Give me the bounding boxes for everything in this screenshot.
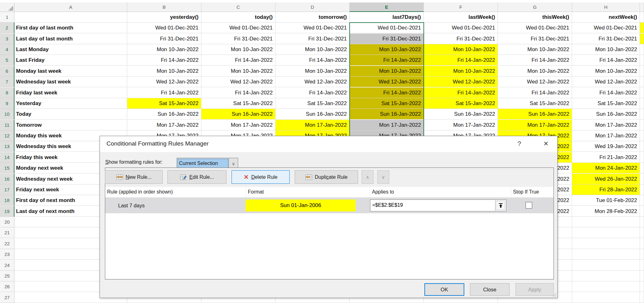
row-header-8[interactable]: 8 bbox=[0, 88, 14, 98]
cell-F10[interactable]: Sun 16-Jan-2022 bbox=[424, 109, 498, 120]
cell-E10[interactable]: Sun 16-Jan-2022 bbox=[350, 109, 424, 120]
column-header-A[interactable]: A bbox=[14, 3, 127, 12]
cell-F8[interactable]: Fri 14-Jan-2022 bbox=[424, 88, 498, 98]
row-header-9[interactable]: 9 bbox=[0, 98, 14, 109]
cell-I19[interactable] bbox=[640, 206, 644, 217]
close-icon[interactable]: ✕ bbox=[541, 139, 551, 149]
cell-B6[interactable]: Mon 10-Jan-2022 bbox=[127, 66, 201, 77]
move-rule-up-button[interactable]: ∧ bbox=[362, 170, 374, 184]
cell-B7[interactable]: Wed 12-Jan-2022 bbox=[127, 77, 201, 87]
cell-H26[interactable] bbox=[572, 281, 640, 292]
cell-D5[interactable]: Fri 14-Jan-2022 bbox=[276, 55, 350, 66]
delete-rule-button[interactable]: ✕ Delete Rule bbox=[232, 170, 290, 184]
help-icon[interactable]: ? bbox=[514, 139, 525, 149]
cell-H15[interactable]: Mon 24-Jan-2022 bbox=[572, 163, 640, 173]
cell-G10[interactable]: Sun 16-Jan-2022 bbox=[498, 109, 572, 120]
row-header-12[interactable]: 12 bbox=[0, 130, 14, 141]
cell-D10[interactable]: Sun 16-Jan-2022 bbox=[276, 109, 350, 120]
cell-I4[interactable] bbox=[640, 44, 644, 55]
cell-C5[interactable]: Fri 14-Jan-2022 bbox=[201, 55, 276, 66]
cell-I15[interactable] bbox=[640, 163, 644, 173]
cell-H4[interactable]: Mon 10-Jan-2022 bbox=[572, 44, 640, 55]
cell-I18[interactable] bbox=[640, 195, 644, 206]
cell-G8[interactable]: Fri 14-Jan-2022 bbox=[498, 88, 572, 98]
column-header-E[interactable]: E bbox=[350, 3, 424, 12]
cell-D7[interactable]: Wed 12-Jan-2022 bbox=[276, 77, 350, 87]
cell-D9[interactable]: Sat 15-Jan-2022 bbox=[276, 98, 350, 109]
cell-A7[interactable]: Wednesday last week bbox=[14, 77, 127, 87]
cell-E4[interactable]: Mon 10-Jan-2022 bbox=[350, 44, 424, 55]
cell-I22[interactable] bbox=[640, 238, 644, 249]
row-header-14[interactable]: 14 bbox=[0, 152, 14, 163]
stop-if-true-checkbox[interactable] bbox=[526, 202, 532, 209]
cell-A4[interactable]: Last Monday bbox=[14, 44, 127, 55]
cell-E6[interactable]: Mon 10-Jan-2022 bbox=[350, 66, 424, 77]
cell-D4[interactable]: Mon 10-Jan-2022 bbox=[276, 44, 350, 55]
cell-B11[interactable]: Mon 17-Jan-2022 bbox=[127, 120, 201, 130]
column-header-F[interactable]: F bbox=[424, 3, 498, 12]
rule-row-last-7-days[interactable]: Last 7 days Sun 01-Jan-2006 =$E$2:$E$19 bbox=[105, 198, 554, 213]
column-header-D[interactable]: D bbox=[276, 3, 350, 12]
cell-E5[interactable]: Fri 14-Jan-2022 bbox=[350, 55, 424, 66]
cell-H19[interactable]: Mon 28-Feb-2022 bbox=[572, 206, 640, 217]
row-header-2[interactable]: 2 bbox=[0, 23, 14, 33]
cell-B5[interactable]: Fri 14-Jan-2022 bbox=[127, 55, 201, 66]
row-header-17[interactable]: 17 bbox=[0, 184, 14, 195]
cell-G6[interactable]: Mon 10-Jan-2022 bbox=[498, 66, 572, 77]
dialog-titlebar[interactable]: Conditional Formatting Rules Manager ? ✕ bbox=[100, 136, 557, 152]
cell-A5[interactable]: Last Friday bbox=[14, 55, 127, 66]
row-header-25[interactable]: 25 bbox=[0, 271, 14, 281]
cell-H23[interactable] bbox=[572, 249, 640, 260]
column-header-sliver[interactable] bbox=[640, 3, 644, 12]
cell-H18[interactable]: Tue 01-Feb-2022 bbox=[572, 195, 640, 206]
cell-H20[interactable] bbox=[572, 217, 640, 227]
cell-C8[interactable]: Fri 14-Jan-2022 bbox=[201, 88, 276, 98]
cell-I10[interactable] bbox=[640, 109, 644, 120]
cell-C7[interactable]: Wed 12-Jan-2022 bbox=[201, 77, 276, 87]
cell-I26[interactable] bbox=[640, 281, 644, 292]
edit-rule-button[interactable]: Edit Rule... bbox=[167, 170, 226, 184]
row-header-6[interactable]: 6 bbox=[0, 66, 14, 77]
column-header-B[interactable]: B bbox=[127, 3, 201, 12]
cell-I25[interactable] bbox=[640, 271, 644, 281]
cell-H16[interactable]: Wed 26-Jan-2022 bbox=[572, 174, 640, 184]
cell-I3[interactable] bbox=[640, 34, 644, 44]
row-header-19[interactable]: 19 bbox=[0, 206, 14, 217]
row-header-20[interactable]: 20 bbox=[0, 217, 14, 227]
cell-I16[interactable] bbox=[640, 174, 644, 184]
cell-I21[interactable] bbox=[640, 227, 644, 238]
cell-D8[interactable]: Fri 14-Jan-2022 bbox=[276, 88, 350, 98]
select-all-corner[interactable] bbox=[0, 3, 14, 12]
cell-A8[interactable]: Friday last week bbox=[14, 88, 127, 98]
cell-H27[interactable] bbox=[572, 292, 640, 303]
cell-B4[interactable]: Mon 10-Jan-2022 bbox=[127, 44, 201, 55]
cell-A6[interactable]: Monday last week bbox=[14, 66, 127, 77]
cell-H13[interactable]: Wed 19-Jan-2022 bbox=[572, 141, 640, 152]
cell-D6[interactable]: Mon 10-Jan-2022 bbox=[276, 66, 350, 77]
cell-C6[interactable]: Mon 10-Jan-2022 bbox=[201, 66, 276, 77]
cell-I23[interactable] bbox=[640, 249, 644, 260]
cell-H9[interactable]: Sat 15-Jan-2022 bbox=[572, 98, 640, 109]
formula-cell-E1[interactable]: last7Days() bbox=[350, 12, 424, 23]
cell-H5[interactable]: Fri 14-Jan-2022 bbox=[572, 55, 640, 66]
cell-I27[interactable] bbox=[640, 292, 644, 303]
formula-cell-G1[interactable]: thisWeek() bbox=[498, 12, 572, 23]
cell-A1[interactable] bbox=[14, 12, 127, 23]
cell-H14[interactable]: Fri 21-Jan-2022 bbox=[572, 152, 640, 163]
cell-B8[interactable]: Fri 14-Jan-2022 bbox=[127, 88, 201, 98]
row-header-18[interactable]: 18 bbox=[0, 195, 14, 206]
applies-to-field[interactable]: =$E$2:$E$19 bbox=[370, 199, 506, 211]
row-header-4[interactable]: 4 bbox=[0, 44, 14, 55]
formula-cell-H1[interactable]: nextWeek() bbox=[572, 12, 640, 23]
cell-I24[interactable] bbox=[640, 260, 644, 271]
cell-H7[interactable]: Wed 12-Jan-2022 bbox=[572, 77, 640, 87]
row-header-15[interactable]: 15 bbox=[0, 163, 14, 173]
cell-E8[interactable]: Fri 14-Jan-2022 bbox=[350, 88, 424, 98]
apply-button[interactable]: Apply bbox=[516, 283, 554, 296]
cell-C11[interactable]: Mon 17-Jan-2022 bbox=[201, 120, 276, 130]
column-header-C[interactable]: C bbox=[201, 3, 276, 12]
cell-C2[interactable]: Wed 01-Dec-2021 bbox=[201, 23, 276, 33]
cell-I1[interactable] bbox=[640, 12, 644, 23]
cell-I17[interactable] bbox=[640, 184, 644, 195]
cell-G2[interactable]: Wed 01-Dec-2021 bbox=[498, 23, 572, 33]
